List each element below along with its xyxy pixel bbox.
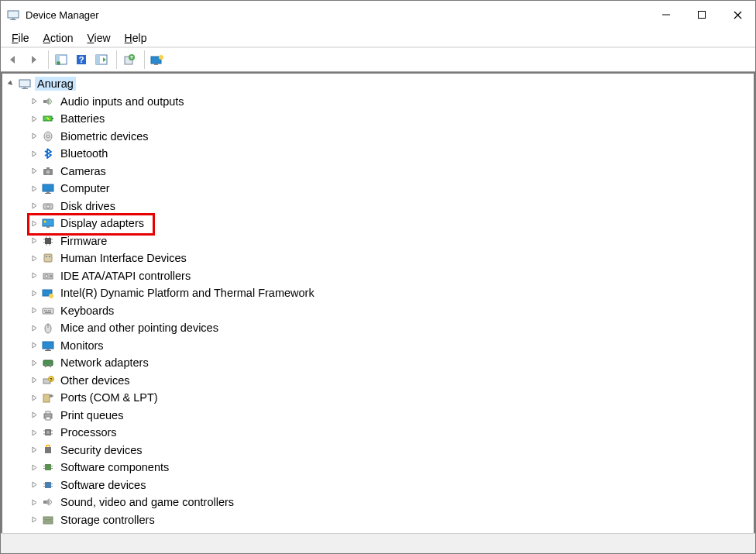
tree-node[interactable]: Human Interface Devices <box>29 249 754 267</box>
expand-icon[interactable] <box>29 131 40 142</box>
node-label[interactable]: Processors <box>58 425 119 439</box>
node-label[interactable]: IDE ATA/ATAPI controllers <box>58 269 193 283</box>
tree-node[interactable]: Firmware <box>29 232 754 250</box>
expand-icon[interactable] <box>29 183 40 194</box>
tree-node[interactable]: Network adapters <box>29 354 754 372</box>
expand-icon[interactable] <box>29 201 40 212</box>
expand-icon[interactable] <box>29 514 40 525</box>
expand-icon[interactable] <box>29 287 40 298</box>
expand-icon[interactable] <box>29 166 40 177</box>
svg-rect-88 <box>51 466 53 466</box>
add-legacy-button[interactable] <box>148 50 167 69</box>
node-label[interactable]: Other devices <box>58 373 132 387</box>
node-label[interactable]: Security devices <box>58 443 145 457</box>
tree-node[interactable]: Storage controllers <box>29 511 754 529</box>
node-label[interactable]: Cameras <box>58 164 108 178</box>
svg-rect-77 <box>46 417 50 420</box>
node-label[interactable]: Print queues <box>58 408 125 422</box>
collapse-icon[interactable] <box>5 78 16 89</box>
tree-node[interactable]: Security devices <box>29 442 754 459</box>
tree-node[interactable]: Bluetooth <box>29 145 754 163</box>
expand-icon[interactable] <box>29 480 40 490</box>
back-button[interactable] <box>4 50 22 69</box>
expand-icon[interactable] <box>29 462 40 473</box>
svg-rect-30 <box>46 167 50 169</box>
tree-node[interactable]: Computer <box>29 180 754 198</box>
tree-node[interactable]: Cameras <box>29 163 754 181</box>
help-button[interactable]: ? <box>72 50 91 69</box>
show-hide-tree-button[interactable] <box>52 50 70 69</box>
tree-node[interactable]: ?Other devices <box>29 372 754 390</box>
menu-view[interactable]: View <box>81 30 117 46</box>
tree-node[interactable]: Intel(R) Dynamic Platform and Thermal Fr… <box>29 284 754 302</box>
root-node[interactable]: Anurag <box>5 75 754 93</box>
tree-node[interactable]: Biometric devices <box>29 128 754 146</box>
node-label[interactable]: Computer <box>58 181 112 195</box>
svg-rect-87 <box>43 468 45 469</box>
node-label[interactable]: Disk drives <box>58 199 118 213</box>
tree-node[interactable]: Display adapters <box>29 215 754 232</box>
tree-node[interactable]: Mice and other pointing devices <box>29 319 754 337</box>
node-label[interactable]: Storage controllers <box>58 513 157 527</box>
tree-node[interactable]: Sound, video and game controllers <box>29 494 754 511</box>
expand-icon[interactable] <box>29 340 40 351</box>
expand-icon[interactable] <box>29 148 40 159</box>
node-label[interactable]: Intel(R) Dynamic Platform and Thermal Fr… <box>58 286 317 300</box>
expand-icon[interactable] <box>29 427 40 438</box>
node-label[interactable]: Biometric devices <box>58 129 151 143</box>
tree-node[interactable]: Disk drives <box>29 198 754 215</box>
expand-icon[interactable] <box>29 375 40 386</box>
tree-node[interactable]: Audio inputs and outputs <box>29 93 754 111</box>
node-label[interactable]: Human Interface Devices <box>58 251 189 265</box>
device-tree[interactable]: Anurag Audio inputs and outputsBatteries… <box>2 74 754 533</box>
menu-help[interactable]: Help <box>119 30 153 46</box>
tree-node[interactable]: Ports (COM & LPT) <box>29 389 754 407</box>
tree-node[interactable]: Monitors <box>29 337 754 355</box>
node-label[interactable]: Audio inputs and outputs <box>58 95 187 108</box>
node-label[interactable]: Display adapters <box>58 216 146 230</box>
tree-node[interactable]: Print queues <box>29 407 754 425</box>
expand-icon[interactable] <box>29 357 40 368</box>
node-label[interactable]: Network adapters <box>58 356 151 370</box>
expand-icon[interactable] <box>29 445 40 456</box>
expand-icon[interactable] <box>29 113 40 124</box>
expand-icon[interactable] <box>29 305 40 316</box>
expand-icon[interactable] <box>29 96 40 107</box>
node-label[interactable]: Ports (COM & LPT) <box>58 391 160 404</box>
node-label[interactable]: Software devices <box>58 478 148 492</box>
maximize-button[interactable] <box>684 1 720 29</box>
menu-action[interactable]: Action <box>37 30 80 46</box>
menu-file[interactable]: File <box>5 30 36 46</box>
expand-icon[interactable] <box>29 236 40 246</box>
tree-node[interactable]: Software devices <box>29 477 754 494</box>
expand-icon[interactable] <box>29 218 40 229</box>
tree-node[interactable]: Processors <box>29 424 754 442</box>
expand-icon[interactable] <box>29 410 40 421</box>
svg-rect-67 <box>43 360 53 366</box>
svg-rect-68 <box>45 364 46 367</box>
node-label[interactable]: Keyboards <box>58 304 116 318</box>
expand-icon[interactable] <box>29 322 40 333</box>
tree-node[interactable]: Software components <box>29 459 754 477</box>
forward-button[interactable] <box>24 50 43 69</box>
app-icon <box>7 9 19 21</box>
node-label[interactable]: Firmware <box>58 234 109 248</box>
tree-node[interactable]: Batteries <box>29 110 754 128</box>
expand-icon[interactable] <box>29 253 40 263</box>
minimize-button[interactable] <box>648 1 684 29</box>
expand-icon[interactable] <box>29 497 40 508</box>
update-driver-button[interactable] <box>120 50 139 69</box>
node-label[interactable]: Software components <box>58 460 171 474</box>
node-label[interactable]: Bluetooth <box>58 146 110 160</box>
expand-icon[interactable] <box>29 392 40 403</box>
expand-icon[interactable] <box>29 270 40 281</box>
node-label[interactable]: Sound, video and game controllers <box>58 495 236 509</box>
node-label[interactable]: Mice and other pointing devices <box>58 321 221 335</box>
node-label[interactable]: Batteries <box>58 112 107 126</box>
root-label[interactable]: Anurag <box>35 77 76 91</box>
close-button[interactable] <box>720 1 755 29</box>
tree-node[interactable]: Keyboards <box>29 302 754 320</box>
tree-node[interactable]: IDE ATA/ATAPI controllers <box>29 267 754 285</box>
scan-hardware-button[interactable] <box>92 50 111 69</box>
node-label[interactable]: Monitors <box>58 339 106 353</box>
